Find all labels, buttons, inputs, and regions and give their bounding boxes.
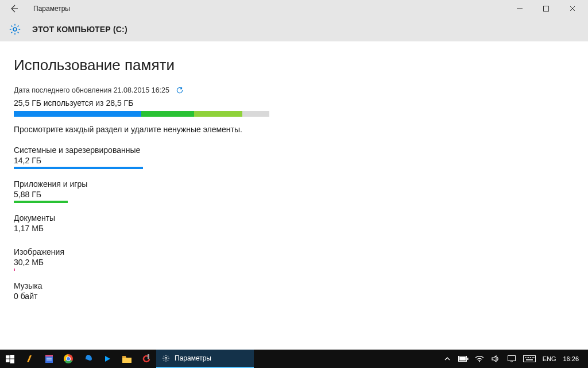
taskbar-app-edge[interactable] bbox=[78, 350, 98, 368]
taskbar-app-winamp[interactable] bbox=[20, 350, 39, 368]
svg-rect-19 bbox=[523, 356, 535, 362]
last-updated-value: 21.08.2015 16:25 bbox=[114, 86, 169, 94]
window-title: Параметры bbox=[33, 5, 70, 13]
tray-overflow-icon[interactable] bbox=[439, 350, 455, 368]
title-row: Параметры bbox=[0, 0, 588, 17]
svg-rect-23 bbox=[530, 357, 531, 358]
taskbar-right: ENG 16:26 bbox=[439, 350, 588, 368]
wifi-icon[interactable] bbox=[471, 350, 488, 368]
taskbar-clock[interactable]: 16:26 bbox=[559, 355, 585, 362]
storage-usage-bar bbox=[14, 111, 269, 117]
battery-icon[interactable] bbox=[455, 350, 471, 368]
drive-label: ЭТОТ КОМПЬЮТЕР (C:) bbox=[32, 25, 127, 34]
category-size: 5,88 ГБ bbox=[14, 190, 574, 199]
category-title: Изображения bbox=[14, 247, 574, 256]
svg-rect-4 bbox=[10, 355, 14, 359]
maximize-button[interactable] bbox=[533, 0, 559, 17]
action-center-icon[interactable] bbox=[504, 350, 520, 368]
svg-rect-26 bbox=[526, 359, 533, 361]
page-heading: Использование памяти bbox=[14, 56, 574, 74]
category-bar bbox=[14, 269, 266, 271]
svg-rect-16 bbox=[459, 357, 466, 361]
language-indicator[interactable]: ENG bbox=[539, 355, 560, 362]
svg-rect-25 bbox=[533, 357, 535, 358]
storage-segment-apps bbox=[141, 111, 194, 117]
gear-icon bbox=[162, 354, 170, 362]
window-controls bbox=[506, 0, 586, 17]
category-bar bbox=[14, 167, 266, 169]
svg-rect-8 bbox=[45, 355, 53, 356]
category-title: Документы bbox=[14, 213, 574, 223]
svg-rect-11 bbox=[122, 356, 126, 358]
category-title: Системные и зарезервированные bbox=[14, 145, 574, 155]
taskbar-app-active[interactable]: Параметры bbox=[156, 350, 254, 368]
close-button[interactable] bbox=[559, 0, 586, 17]
hint-text: Просмотрите каждый раздел и удалите нену… bbox=[14, 125, 574, 134]
taskbar: Параметры ENG 16:26 bbox=[0, 350, 588, 368]
back-button[interactable] bbox=[8, 3, 20, 14]
category-bar bbox=[14, 235, 266, 237]
taskbar-left: Параметры bbox=[0, 350, 254, 368]
start-button[interactable] bbox=[0, 350, 20, 368]
svg-rect-12 bbox=[148, 354, 149, 359]
category-title: Музыка bbox=[14, 281, 574, 290]
usage-summary: 25,5 ГБ используется из 28,5 ГБ bbox=[14, 98, 574, 108]
svg-rect-6 bbox=[10, 359, 14, 363]
volume-icon[interactable] bbox=[488, 350, 504, 368]
category-size: 14,2 ГБ bbox=[14, 156, 574, 165]
category-item[interactable]: Документы1,17 МБ bbox=[14, 213, 574, 237]
storage-segment-free bbox=[242, 111, 269, 117]
content: Использование памяти Дата последнего обн… bbox=[0, 41, 588, 305]
svg-rect-24 bbox=[532, 357, 533, 358]
minimize-button[interactable] bbox=[506, 0, 533, 17]
taskbar-app-chrome[interactable] bbox=[59, 350, 78, 368]
svg-rect-3 bbox=[6, 355, 10, 358]
category-size: 1,17 МБ bbox=[14, 224, 574, 233]
category-item[interactable]: Приложения и игры5,88 ГБ bbox=[14, 179, 574, 203]
svg-rect-5 bbox=[6, 359, 10, 362]
last-updated-text: Дата последнего обновления 21.08.2015 16… bbox=[14, 86, 169, 94]
svg-point-2 bbox=[13, 28, 17, 31]
svg-rect-20 bbox=[525, 357, 526, 358]
category-item[interactable]: Музыка0 байт bbox=[14, 281, 574, 305]
category-size: 30,2 МБ bbox=[14, 258, 574, 267]
categories-list: Системные и зарезервированные14,2 ГБПрил… bbox=[14, 145, 574, 305]
drive-row: ЭТОТ КОМПЬЮТЕР (C:) bbox=[0, 17, 588, 41]
storage-segment-system bbox=[14, 111, 141, 117]
svg-rect-1 bbox=[544, 6, 549, 12]
category-title: Приложения и игры bbox=[14, 179, 574, 189]
svg-point-17 bbox=[479, 361, 480, 362]
svg-rect-15 bbox=[467, 358, 468, 360]
storage-segment-other bbox=[194, 111, 242, 117]
category-bar bbox=[14, 201, 266, 203]
gear-icon bbox=[8, 22, 22, 36]
category-item[interactable]: Изображения30,2 МБ bbox=[14, 247, 574, 271]
category-bar bbox=[14, 302, 266, 305]
last-updated-row: Дата последнего обновления 21.08.2015 16… bbox=[14, 86, 574, 95]
refresh-icon[interactable] bbox=[175, 86, 184, 95]
taskbar-app-explorer[interactable] bbox=[117, 350, 137, 368]
settings-header: Параметры ЭТОТ КОМПЬЮТЕР (C:) bbox=[0, 0, 588, 41]
category-item[interactable]: Системные и зарезервированные14,2 ГБ bbox=[14, 145, 574, 169]
svg-rect-21 bbox=[527, 357, 528, 358]
category-size: 0 байт bbox=[14, 292, 574, 301]
taskbar-app-media[interactable] bbox=[98, 350, 117, 368]
svg-rect-18 bbox=[508, 355, 515, 361]
svg-point-13 bbox=[165, 357, 167, 359]
svg-rect-22 bbox=[528, 357, 529, 358]
keyboard-icon[interactable] bbox=[520, 350, 539, 368]
last-updated-prefix: Дата последнего обновления bbox=[14, 86, 111, 94]
taskbar-app-notepad[interactable] bbox=[39, 350, 59, 368]
taskbar-app-ccleaner[interactable] bbox=[137, 350, 156, 368]
taskbar-app-label: Параметры bbox=[175, 354, 211, 362]
